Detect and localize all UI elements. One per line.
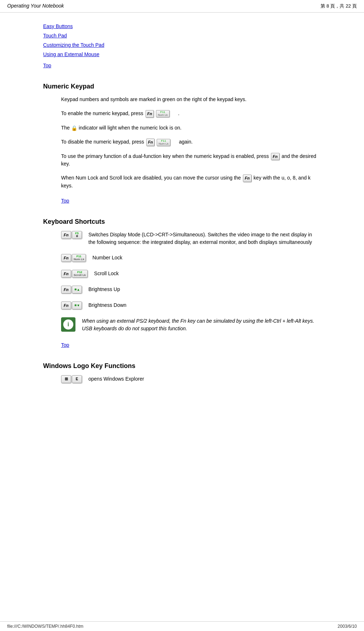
shortcut-desc-explorer: opens Windows Explorer — [88, 375, 317, 383]
key-fn-inline-4: Fn — [243, 174, 251, 182]
shortcut-desc-brightness-down: Brightness Down — [88, 301, 317, 309]
shortcut-desc-brightness-up: Brightness Up — [88, 286, 317, 293]
key-win-box: ⊞ — [61, 375, 71, 383]
key-fn-inline-2: Fn — [146, 139, 155, 146]
page-footer: file:///C:/WINDOWS/TEMP/.hh84F0.htm 2003… — [0, 621, 364, 631]
key-fn-f5-image: Fn F5 🖥 — [61, 231, 82, 239]
section-title-windows-logo: Windows Logo Key Functions — [43, 362, 321, 370]
key-fn-box: Fn — [61, 231, 71, 239]
key-f11-box: F11 Num Lk — [72, 254, 86, 262]
header-page: 第 8 頁，共 22 頁 — [321, 3, 357, 9]
key-fn-box-5: Fn — [61, 301, 71, 309]
shortcut-row-f5: Fn F5 🖥 Switches Display Mode (LCD->CRT-… — [61, 231, 317, 246]
shortcut-desc-f11: Number Lock — [92, 254, 317, 262]
shortcut-row-f11: Fn F11 Num Lk Number Lock — [61, 254, 317, 262]
key-fn-box-2: Fn — [61, 254, 71, 262]
key-f11-inline: F11 Num Lk — [156, 110, 170, 117]
section-content-numeric: Keypad numbers and symbols are marked in… — [61, 96, 317, 211]
nav-link-easy-buttons[interactable]: Easy Buttons — [43, 23, 321, 29]
para-keypad-2: To enable the numeric keypad, press Fn F… — [61, 110, 317, 118]
para-keypad-4: To disable the numeric keypad, press Fn … — [61, 138, 317, 146]
key-bdown-box: ☀▼ — [72, 301, 82, 309]
para-keypad-6: When Num Lock and Scroll lock are disabl… — [61, 174, 317, 190]
nav-links: Easy Buttons Touch Pad Customizing the T… — [43, 23, 321, 57]
section-title-keyboard-shortcuts: Keyboard Shortcuts — [43, 218, 321, 226]
nav-link-touch-pad[interactable]: Touch Pad — [43, 33, 321, 38]
section-title-numeric-keypad: Numeric Keypad — [43, 83, 321, 90]
shortcut-desc-f5: Switches Display Mode (LCD->CRT->Simulta… — [88, 231, 317, 246]
info-icon: i — [61, 317, 75, 332]
key-e-box: E — [72, 375, 82, 383]
page-header: Operating Your Notebook 第 8 頁，共 22 頁 — [0, 0, 364, 13]
nav-link-external-mouse[interactable]: Using an External Mouse — [43, 51, 321, 57]
top-link-2[interactable]: Top — [61, 198, 69, 204]
win-key-row-explorer: ⊞ E opens Windows Explorer — [61, 375, 317, 383]
top-link-1[interactable]: Top — [43, 63, 51, 68]
key-fn-inline-3: Fn — [271, 153, 279, 160]
nav-link-customizing-touch-pad[interactable]: Customizing the Touch Pad — [43, 42, 321, 48]
key-f5-box: F5 🖥 — [72, 231, 82, 239]
footer-left: file:///C:/WINDOWS/TEMP/.hh84F0.htm — [7, 624, 83, 629]
main-content: Easy Buttons Touch Pad Customizing the T… — [0, 13, 364, 403]
key-fn-bup-image: Fn ☀▲ — [61, 286, 82, 294]
shortcut-desc-f12: Scroll Lock — [94, 270, 317, 277]
info-icon-inner: i — [63, 319, 73, 330]
para-keypad-1: Keypad numbers and symbols are marked in… — [61, 96, 317, 103]
top-link-3[interactable]: Top — [61, 342, 69, 348]
key-fn-inline: Fn — [146, 110, 154, 118]
lock-icon: 🔒 — [71, 125, 77, 131]
footer-right: 2003/6/10 — [338, 624, 357, 629]
key-f12-box: F12 Scroll Lk — [72, 270, 88, 278]
key-fn-f11-enable: Fn F11 Num Lk — [145, 110, 170, 118]
key-fn-box-4: Fn — [61, 286, 71, 294]
shortcut-desc-note: When using an external PS/2 keyboard, th… — [82, 317, 317, 332]
shortcut-row-brightness-up: Fn ☀▲ Brightness Up — [61, 286, 317, 294]
key-fn-box-3: Fn — [61, 270, 71, 278]
shortcut-row-f12: Fn F12 Scroll Lk Scroll Lock — [61, 270, 317, 278]
key-win-e-image: ⊞ E — [61, 375, 82, 383]
key-fn-f12-image: Fn F12 Scroll Lk — [61, 270, 88, 278]
shortcut-row-note: i When using an external PS/2 keyboard, … — [61, 317, 317, 332]
para-keypad-5: To use the primary function of a dual-fu… — [61, 153, 317, 168]
key-fn-f11-disable: Fn F11 Num Lk — [146, 139, 171, 146]
section-content-shortcuts: Fn F5 🖥 Switches Display Mode (LCD->CRT-… — [61, 231, 317, 355]
key-fn-f11-image: Fn F11 Num Lk — [61, 254, 86, 262]
para-keypad-3: The 🔒 indicator will light when the nume… — [61, 124, 317, 132]
key-bup-box: ☀▲ — [72, 286, 82, 294]
shortcut-row-brightness-down: Fn ☀▼ Brightness Down — [61, 301, 317, 309]
key-f11-inline-2: F11 Num Lk — [157, 139, 170, 146]
key-fn-bdown-image: Fn ☀▼ — [61, 301, 82, 309]
header-title: Operating Your Notebook — [7, 3, 64, 9]
section-content-windows: ⊞ E opens Windows Explorer — [61, 375, 317, 383]
